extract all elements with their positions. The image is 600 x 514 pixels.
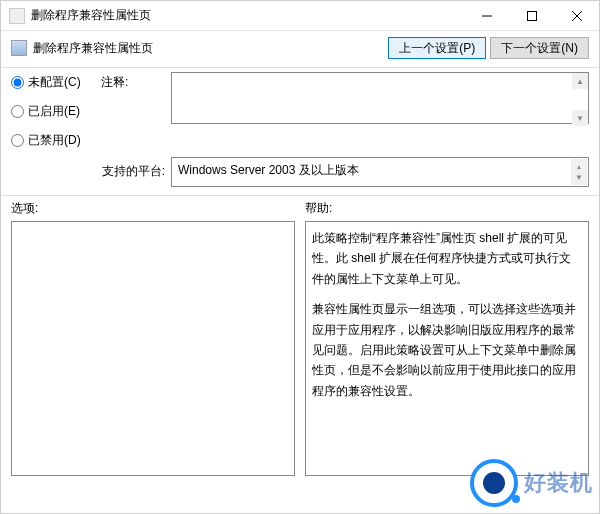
radio-enabled[interactable]: 已启用(E) <box>11 103 101 120</box>
comment-field-wrap: ▲ ▼ <box>171 72 589 127</box>
radio-group: 未配置(C) 已启用(E) 已禁用(D) <box>11 72 101 149</box>
options-label: 选项: <box>11 200 295 217</box>
app-icon <box>9 8 25 24</box>
titlebar: 删除程序兼容性属性页 <box>1 1 599 31</box>
previous-setting-button[interactable]: 上一个设置(P) <box>388 37 486 59</box>
radio-disabled-input[interactable] <box>11 134 24 147</box>
platform-label: 支持的平台: <box>11 157 171 187</box>
lower-section: 选项: 帮助: 此策略控制“程序兼容性”属性页 shell 扩展的可见性。此 s… <box>1 196 599 486</box>
radio-not-configured-label: 未配置(C) <box>28 74 81 91</box>
help-label: 帮助: <box>305 200 589 217</box>
next-setting-button[interactable]: 下一个设置(N) <box>490 37 589 59</box>
window-title: 删除程序兼容性属性页 <box>31 7 464 24</box>
svg-rect-1 <box>527 11 536 20</box>
options-column: 选项: <box>11 200 295 476</box>
help-column: 帮助: 此策略控制“程序兼容性”属性页 shell 扩展的可见性。此 shell… <box>305 200 589 476</box>
help-box[interactable]: 此策略控制“程序兼容性”属性页 shell 扩展的可见性。此 shell 扩展在… <box>305 221 589 476</box>
radio-disabled-label: 已禁用(D) <box>28 132 81 149</box>
radio-disabled[interactable]: 已禁用(D) <box>11 132 101 149</box>
radio-not-configured[interactable]: 未配置(C) <box>11 74 101 91</box>
radio-enabled-input[interactable] <box>11 105 24 118</box>
scroll-up-icon[interactable]: ▲ <box>572 73 588 89</box>
radio-enabled-label: 已启用(E) <box>28 103 80 120</box>
help-paragraph-2: 兼容性属性页显示一组选项，可以选择这些选项并应用于应用程序，以解决影响旧版应用程… <box>312 299 582 401</box>
window-controls <box>464 1 599 31</box>
scroll-down-icon[interactable]: ▼ <box>571 169 587 185</box>
page-title: 删除程序兼容性属性页 <box>33 40 153 57</box>
minimize-button[interactable] <box>464 1 509 31</box>
header-row: 删除程序兼容性属性页 上一个设置(P) 下一个设置(N) <box>1 31 599 67</box>
help-paragraph-1: 此策略控制“程序兼容性”属性页 shell 扩展的可见性。此 shell 扩展在… <box>312 228 582 289</box>
radio-not-configured-input[interactable] <box>11 76 24 89</box>
options-box[interactable] <box>11 221 295 476</box>
config-row: 未配置(C) 已启用(E) 已禁用(D) 注释: ▲ ▼ <box>1 68 599 155</box>
close-button[interactable] <box>554 1 599 31</box>
minimize-icon <box>482 11 492 21</box>
maximize-icon <box>527 11 537 21</box>
platform-value-box: Windows Server 2003 及以上版本 ▲ ▼ <box>171 157 589 187</box>
comment-label: 注释: <box>101 72 171 91</box>
header-left: 删除程序兼容性属性页 <box>11 40 153 57</box>
platform-row: 支持的平台: Windows Server 2003 及以上版本 ▲ ▼ <box>1 155 599 195</box>
maximize-button[interactable] <box>509 1 554 31</box>
scroll-down-icon[interactable]: ▼ <box>572 110 588 126</box>
dialog-window: 删除程序兼容性属性页 删除程序兼容性属性页 上一个设置(P) 下一个设置(N) <box>0 0 600 514</box>
platform-value: Windows Server 2003 及以上版本 <box>178 163 359 177</box>
close-icon <box>572 11 582 21</box>
comment-input[interactable] <box>171 72 589 124</box>
policy-icon <box>11 40 27 56</box>
